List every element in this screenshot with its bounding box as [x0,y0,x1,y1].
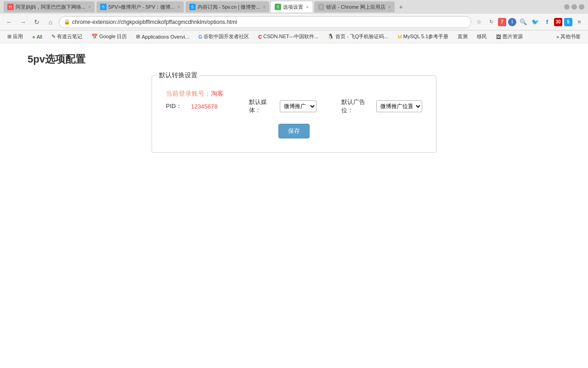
tab4-label: 选项设置 [283,4,303,11]
feiq-icon: 🐧 [328,34,334,40]
user-type-label: 当前登录账号：淘客 [166,90,224,97]
bookmark-yimin[interactable]: 移民 [473,32,491,41]
address-bar[interactable]: 🔒 chrome-extension://chgkpoipbfflmcikofp… [59,16,471,28]
tab-error[interactable]: ! 错误 - Chrome 网上应用店 × [314,1,395,12]
ext-icon-fb[interactable]: f [542,17,552,27]
secure-icon: 🔒 [64,19,70,25]
bookmark-app-overview[interactable]: ⊞ Applications Overvi... [132,33,192,40]
gcal-icon: 📅 [91,34,98,40]
tab1-favicon: H [7,4,14,10]
page-content: 5pv选项配置 默认转换设置 当前登录账号：淘客 PID： 12345678 默… [0,43,588,368]
tab2-close[interactable]: × [177,5,180,10]
tab2-label: 5PV>微博用户 - 5PV：微博... [108,4,175,11]
yimin-label: 移民 [477,33,487,40]
ext-icon-5pv[interactable]: 5 [564,18,572,26]
googledev-label: 谷歌中国开发者社区 [204,33,249,40]
pid-value: 12345678 [191,103,218,110]
star-icon[interactable]: ☆ [474,17,484,27]
bookmark-more[interactable]: » 其他书签 [553,32,584,41]
images-label: 图片资源 [503,33,523,40]
ext-icon-twitter[interactable]: 🐦 [530,17,540,27]
gcal-label: Google 日历 [99,33,127,40]
pid-label: PID： [166,102,182,110]
googledev-icon: G [198,34,203,40]
bookmark-all[interactable]: ● All [28,33,46,40]
all-icon: ● [32,34,35,40]
minimize-button[interactable] [564,4,570,10]
tabs-container: H 阿里妈妈，阿里巴巴旗下网络... × 5 5PV>微博用户 - 5PV：微博… [4,1,563,12]
bookmark-images[interactable]: 🖼 图片资源 [492,32,526,41]
maximize-button[interactable] [571,4,577,10]
tab3-close[interactable]: × [263,5,266,10]
tab5-close[interactable]: × [388,5,391,10]
bookmark-gcal[interactable]: 📅 Google 日历 [88,32,131,41]
close-button[interactable] [579,4,584,10]
tab5-label: 错误 - Chrome 网上应用店 [326,4,385,11]
tab-5pv-content[interactable]: 5 内容订阅 - 5pv.cn | 微博赞... × [186,1,269,12]
apps-icon: ⊞ [7,34,11,40]
page-title: 5pv选项配置 [28,52,579,66]
tab-alibaba[interactable]: H 阿里妈妈，阿里巴巴旗下网络... × [4,1,95,12]
tab4-favicon: 5 [275,4,281,10]
media-select[interactable]: 微博推广 其他 [280,100,317,112]
tab1-close[interactable]: × [88,5,91,10]
youdao-label: 有道云笔记 [57,33,82,40]
title-bar: H 阿里妈妈，阿里巴巴旗下网络... × 5 5PV>微博用户 - 5PV：微博… [0,0,588,14]
bookmark-csdn[interactable]: C CSDN.NET---中国软件... [254,32,322,41]
tab5-favicon: ! [318,4,324,10]
bookmark-apps[interactable]: ⊞ 应用 [4,32,27,41]
mysql-icon: M [398,34,402,40]
feiq-label: 首页 - 飞Q手机验证码... [335,33,389,40]
home-button[interactable]: ⌂ [45,17,56,28]
tab1-label: 阿里妈妈，阿里巴巴旗下网络... [16,4,85,11]
zhice-label: 直测 [458,33,468,40]
user-info-row: 当前登录账号：淘客 [166,90,422,98]
ext-icon-1[interactable]: 7 [498,18,506,26]
bookmark-zhice[interactable]: 直测 [454,32,471,41]
all-label: All [37,34,42,40]
new-tab-button[interactable]: + [396,2,406,12]
apps-label: 应用 [13,33,23,40]
ad-select[interactable]: 微博推广位置 其他 [376,100,422,112]
ext-icon-red[interactable]: 30 [554,18,562,26]
bookmark-google-dev[interactable]: G 谷歌中国开发者社区 [195,32,253,41]
mysql-label: MySQL 5.1参考手册 [403,33,449,40]
save-button[interactable]: 保存 [278,124,310,138]
csdn-icon: C [258,34,262,40]
bookmarks-bar: ⊞ 应用 ● All ✎ 有道云笔记 📅 Google 日历 ⊞ Applica… [0,30,588,43]
chrome-menu-icon[interactable]: ≡ [574,17,584,27]
appoverview-icon: ⊞ [136,34,140,40]
pid-row: PID： 12345678 默认媒体： 微博推广 其他 默认广告位： 微博推广位… [166,98,422,115]
more-label: 其他书签 [560,33,581,40]
tab2-favicon: 5 [100,4,107,10]
navigation-bar: ← → ↻ ⌂ 🔒 chrome-extension://chgkpoipbff… [0,14,588,30]
csdn-label: CSDN.NET---中国软件... [263,33,318,40]
media-label: 默认媒体： [249,98,271,115]
appoverview-label: Applications Overvi... [141,34,189,40]
bookmark-mysql[interactable]: M MySQL 5.1参考手册 [394,32,452,41]
youdao-icon: ✎ [51,34,56,40]
more-icon: » [556,34,559,40]
back-button[interactable]: ← [4,17,15,28]
tab-options[interactable]: 5 选项设置 × [271,1,312,12]
ad-label: 默认广告位： [341,98,367,115]
tab3-favicon: 5 [189,4,196,10]
refresh-icon[interactable]: ↻ [486,17,496,27]
images-icon: 🖼 [496,34,501,40]
nav-right-icons: ☆ ↻ 7 i 🔍 🐦 f 30 5 ≡ [474,17,584,27]
reload-button[interactable]: ↻ [31,17,42,28]
user-type-value: 淘客 [211,90,224,97]
ext-icon-3[interactable]: 🔍 [518,17,528,27]
ext-icon-2[interactable]: i [508,18,516,26]
forward-button[interactable]: → [17,17,28,28]
settings-section: 默认转换设置 当前登录账号：淘客 PID： 12345678 默认媒体： 微博推… [152,75,436,153]
tab3-label: 内容订阅 - 5pv.cn | 微博赞... [198,4,260,11]
tab4-close[interactable]: × [306,5,309,10]
bookmark-feiq[interactable]: 🐧 首页 - 飞Q手机验证码... [324,32,392,41]
bookmark-youdao[interactable]: ✎ 有道云笔记 [48,32,86,41]
section-title: 默认转换设置 [157,71,200,80]
tab-5pv-weibo[interactable]: 5 5PV>微博用户 - 5PV：微博... × [96,1,184,12]
address-text: chrome-extension://chgkpoipbfflmcikofpff… [72,19,466,25]
